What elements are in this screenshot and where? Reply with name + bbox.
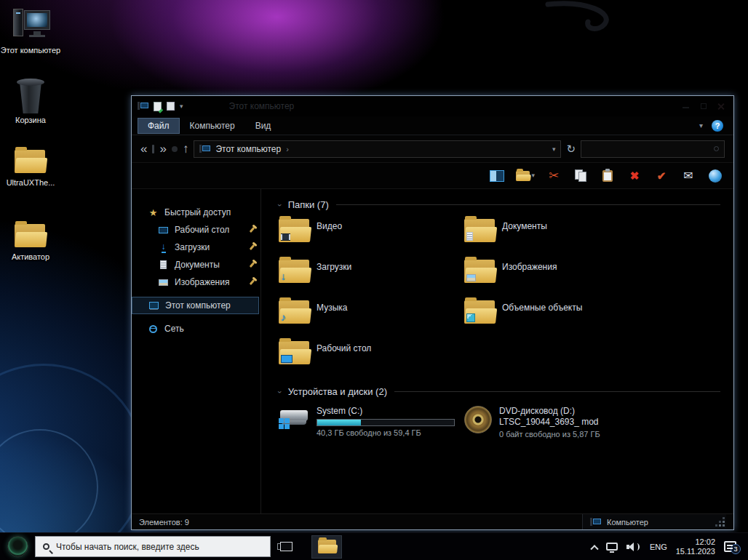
window-title: Этот компьютер [229,101,295,111]
sidebar-item-network[interactable]: Сеть [132,320,260,337]
copy-button[interactable] [573,167,589,185]
task-view-icon [280,542,293,551]
paste-icon [602,169,613,183]
start-button[interactable] [0,533,35,560]
qat-computer-icon[interactable] [138,102,148,111]
paste-button[interactable] [600,167,616,185]
folder-tile-pictures[interactable]: Изображения [464,260,720,292]
navigation-bar: « » ↑ Этот компьютер › ▾ ↻ [132,135,733,163]
explorer-search-box[interactable] [581,140,725,158]
desktop-icon-ultraux[interactable]: UltraUXThe... [0,150,61,188]
qat-file-icon[interactable] [167,102,175,111]
devices-section-header[interactable]: › Устройства и диски (2) [279,386,720,397]
windows-flag-icon [279,418,290,429]
sidebar-item-downloads[interactable]: ↓ Загрузки [132,239,260,256]
sidebar-item-pictures[interactable]: Изображения [132,273,260,291]
help-icon[interactable]: ? [712,120,723,132]
title-bar[interactable]: ▾ Этот компьютер [132,96,733,116]
folders-section-header[interactable]: › Папки (7) [279,199,720,210]
folder-label: Загрузки [317,262,351,272]
folder-tile-3d-objects[interactable]: Объемные объекты [464,300,720,332]
clock-date: 15.11.2023 [676,547,715,556]
tab-view[interactable]: Вид [245,118,282,134]
taskbar-clock[interactable]: 12:02 15.11.2023 [676,537,715,556]
downloads-icon: ↓ [158,241,169,253]
globe-icon [709,169,722,183]
address-computer-icon [199,145,210,153]
hidden-icons-chevron-icon[interactable] [590,545,598,553]
forward-icon[interactable]: » [159,143,166,155]
tab-file[interactable]: Файл [138,118,180,134]
address-text: Этот компьютер [215,144,281,154]
cut-button[interactable]: ✂ [546,167,562,185]
display-tray-icon[interactable] [606,543,618,551]
refresh-icon[interactable]: ↻ [566,143,576,156]
desktop-icon-recycle-bin[interactable]: Корзина [0,77,61,125]
pictures-folder-icon [464,260,495,283]
action-center-icon[interactable]: 3 [724,541,736,552]
search-icon [43,543,49,550]
sidebar-item-label: Изображения [175,277,229,287]
back-icon[interactable]: « [140,143,147,155]
desktop-icon-label: Корзина [0,116,61,125]
sidebar-item-quick-access[interactable]: ★ Быстрый доступ [132,204,260,221]
navigation-pane: ★ Быстрый доступ Рабочий стол ↓ Загрузки… [132,189,261,513]
rename-button[interactable]: ✔ [653,167,669,185]
taskbar-search-box[interactable] [35,536,271,557]
close-button[interactable] [717,103,725,110]
taskbar-search-input[interactable] [56,542,263,552]
clock-time: 12:02 [676,537,715,547]
new-folder-button[interactable]: ▾ [516,167,535,185]
folder-tile-video[interactable]: Видео [279,219,464,251]
folder-tile-downloads[interactable]: ↓ Загрузки [279,260,464,292]
language-indicator[interactable]: ENG [650,543,667,551]
up-icon[interactable]: ↑ [183,143,189,155]
network-button[interactable] [707,167,723,185]
ribbon-collapse-chevron-icon[interactable]: ▾ [699,121,703,129]
sidebar-item-label: Документы [175,260,220,270]
pin-icon [250,227,255,233]
status-location-label: Компьютер [607,518,648,527]
drive-name: System (C:) [317,406,455,417]
taskbar-explorer-button[interactable] [311,535,342,559]
minimize-button[interactable] [683,103,690,110]
start-orb-icon [7,536,28,557]
computer-icon-small [590,518,601,527]
qat-checkmark-file-icon[interactable] [154,102,162,111]
tab-computer[interactable]: Компьютер [180,118,245,134]
folder-label: Объемные объекты [502,303,582,313]
task-view-button[interactable] [271,533,301,560]
pin-icon [250,279,255,285]
dvd-disc-icon [464,406,492,433]
resize-grip[interactable] [723,524,725,527]
maximize-button[interactable] [700,103,707,110]
sidebar-item-desktop[interactable]: Рабочий стол [132,221,260,239]
folder-label: Видео [317,221,342,231]
qat-dropdown-chevron-icon[interactable]: ▾ [180,103,183,110]
folder-tile-desktop[interactable]: Рабочий стол [279,341,464,373]
collapse-chevron-icon: › [276,204,285,207]
address-dropdown-icon[interactable]: ▾ [552,145,556,153]
sidebar-item-documents[interactable]: Документы [132,256,260,273]
delete-button[interactable]: ✖ [626,167,642,185]
details-pane-button[interactable] [489,167,505,185]
address-bar[interactable]: Этот компьютер › ▾ [194,140,561,158]
details-pane-icon [490,170,504,182]
mail-button[interactable]: ✉ [680,167,696,185]
delete-icon: ✖ [630,170,640,181]
folder-label: Музыка [317,303,347,313]
recent-locations-icon[interactable] [172,146,178,152]
desktop-icon-label: Этот компьютер [0,46,61,55]
drive-c-tile[interactable]: System (C:) 40,3 ГБ свободно из 59,4 ГБ [279,406,464,440]
desktop-icon-activator[interactable]: Активатор [0,224,61,262]
drive-d-tile[interactable]: DVD-дисковод (D:) LTSC_19044_3693_ mod 0… [464,406,600,440]
search-icon [714,146,719,151]
folder-tile-documents[interactable]: Документы [464,219,720,251]
desktop-icon-this-pc[interactable]: Этот компьютер [0,7,61,55]
folder-content-view: › Папки (7) Видео ↓ Загрузки ♪ [261,189,733,513]
checkmark-icon: ✔ [657,170,667,181]
volume-icon[interactable] [626,542,641,552]
explorer-search-input[interactable] [586,144,714,154]
sidebar-item-this-pc[interactable]: Этот компьютер [132,297,259,314]
folder-tile-music[interactable]: ♪ Музыка [279,300,464,332]
